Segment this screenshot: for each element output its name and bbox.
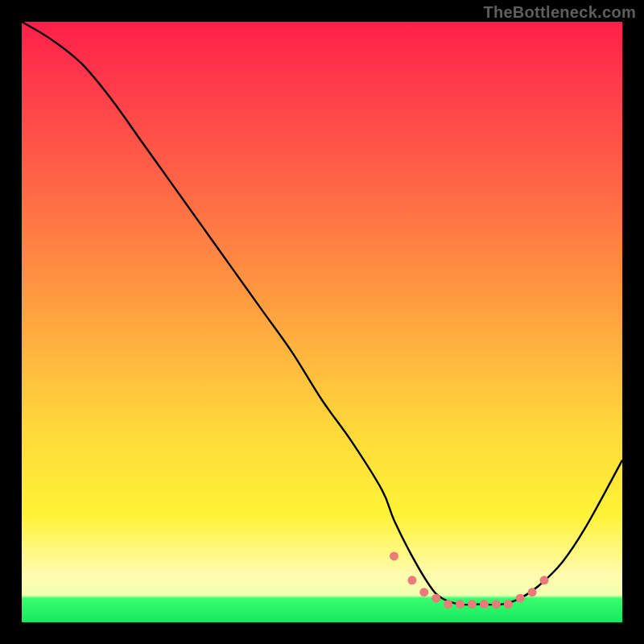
optimal-dot (492, 600, 501, 609)
optimal-dot (419, 588, 428, 597)
curve-layer (22, 22, 622, 622)
optimal-dot (480, 600, 489, 609)
optimal-dot (407, 576, 416, 584)
watermark-text: TheBottleneck.com (483, 3, 636, 22)
optimal-dot (468, 600, 477, 609)
optimal-dot (431, 594, 440, 603)
optimal-dot (390, 551, 398, 560)
optimal-dot (540, 576, 549, 584)
optimal-dot (444, 600, 452, 609)
chart-frame: TheBottleneck.com (0, 0, 644, 644)
optimal-dot (516, 594, 525, 603)
plot-area (22, 22, 622, 622)
bottleneck-curve (22, 22, 622, 605)
optimal-dot (528, 588, 537, 597)
optimal-dot (504, 600, 513, 609)
optimal-dot (456, 600, 464, 609)
